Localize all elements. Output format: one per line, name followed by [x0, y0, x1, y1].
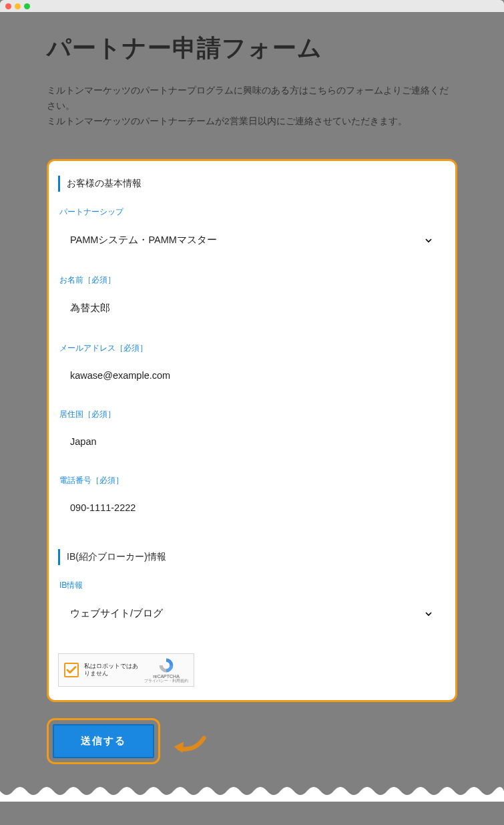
page-description-line1: ミルトンマーケッツのパートナープログラムに興味のある方はこちらのフォームよりご連…	[47, 86, 449, 111]
page-description-line2: ミルトンマーケッツのパートナーチームが2営業日以内にご連絡させていただきます。	[47, 116, 407, 126]
page-title: パートナー申請フォーム	[47, 32, 457, 65]
chevron-down-icon	[423, 235, 434, 248]
submit-button[interactable]: 送信する	[53, 724, 154, 758]
window-minimize-dot[interactable]	[15, 3, 21, 9]
label-email: メールアドレス［必須］	[58, 343, 446, 354]
field-country: 居住国［必須］ Japan	[58, 409, 446, 468]
field-ib-info: IB情報 ウェブサイト/ブログ	[58, 580, 446, 641]
select-ib-info[interactable]: ウェブサイト/ブログ	[58, 601, 446, 641]
section-basic-info: お客様の基本情報	[58, 176, 446, 192]
input-phone[interactable]: 090-1111-2222	[58, 496, 446, 534]
window-maximize-dot[interactable]	[24, 3, 30, 9]
window-close-dot[interactable]	[5, 3, 11, 9]
input-email-value: kawase@example.com	[70, 370, 170, 381]
field-name: お名前［必須］ 為替太郎	[58, 275, 446, 336]
chevron-down-icon	[423, 609, 434, 621]
recaptcha-badge: reCAPTCHA プライバシー・利用規約	[144, 657, 188, 683]
label-ib-info: IB情報	[58, 580, 446, 591]
label-name: お名前［必須］	[58, 275, 446, 286]
select-partnership-value: PAMMシステム・PAMMマスター	[70, 234, 217, 245]
submit-highlight: 送信する	[47, 718, 160, 764]
input-email[interactable]: kawase@example.com	[58, 363, 446, 402]
input-country[interactable]: Japan	[58, 430, 446, 468]
page-description: ミルトンマーケッツのパートナープログラムに興味のある方はこちらのフォームよりご連…	[47, 84, 457, 130]
recaptcha-label: 私はロボットではありません	[84, 663, 141, 677]
decorative-wave	[0, 782, 504, 802]
label-partnership: パートナーシップ	[58, 206, 446, 218]
form-card: お客様の基本情報 パートナーシップ PAMMシステム・PAMMマスター お名前［…	[47, 159, 457, 702]
field-email: メールアドレス［必須］ kawase@example.com	[58, 343, 446, 402]
section-ib-info: IB(紹介ブローカー)情報	[58, 549, 446, 565]
recaptcha-terms: プライバシー・利用規約	[144, 679, 188, 683]
input-name-value: 為替太郎	[70, 303, 110, 313]
annotation-arrow-icon	[170, 732, 207, 762]
titlebar	[0, 0, 504, 12]
input-country-value: Japan	[70, 436, 97, 447]
recaptcha-widget[interactable]: 私はロボットではありません reCAPTCHA プライバシー・利用規約	[58, 653, 194, 687]
field-partnership: パートナーシップ PAMMシステム・PAMMマスター	[58, 206, 446, 268]
recaptcha-brand: reCAPTCHA	[144, 674, 188, 679]
app-window: パートナー申請フォーム ミルトンマーケッツのパートナープログラムに興味のある方は…	[0, 0, 504, 784]
label-country: 居住国［必須］	[58, 409, 446, 420]
input-phone-value: 090-1111-2222	[70, 502, 136, 513]
recaptcha-checkbox[interactable]	[64, 663, 79, 677]
select-ib-info-value: ウェブサイト/ブログ	[70, 608, 163, 619]
field-phone: 電話番号［必須］ 090-1111-2222	[58, 475, 446, 534]
select-partnership[interactable]: PAMMシステム・PAMMマスター	[58, 227, 446, 268]
recaptcha-logo-icon	[158, 657, 175, 674]
label-phone: 電話番号［必須］	[58, 475, 446, 486]
page-content: パートナー申請フォーム ミルトンマーケッツのパートナープログラムに興味のある方は…	[0, 12, 504, 784]
input-name[interactable]: 為替太郎	[58, 295, 446, 336]
